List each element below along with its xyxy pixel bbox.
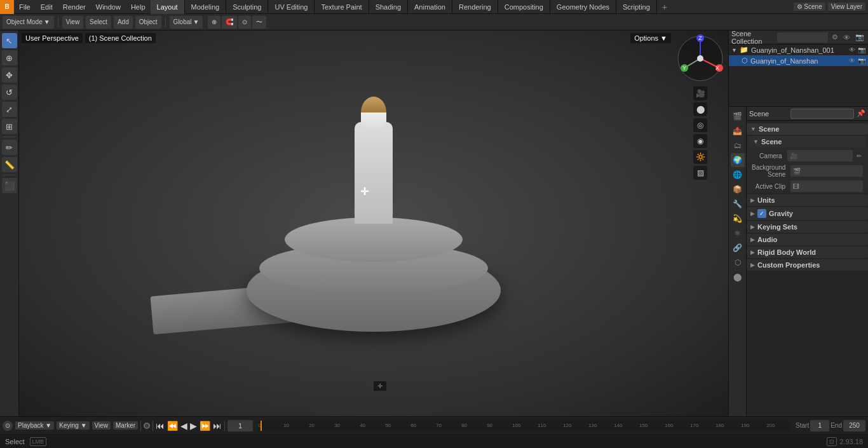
prop-icon-physics[interactable]: ⚛ — [731, 226, 745, 240]
tab-layout[interactable]: Layout — [151, 0, 185, 14]
prop-icon-output[interactable]: 📤 — [731, 124, 745, 138]
proportional-btn[interactable]: ⊙ — [238, 16, 251, 29]
prop-active-clip-value[interactable]: 🎞 — [790, 180, 863, 192]
overlay-btn[interactable]: 🔆 — [693, 150, 707, 164]
menu-render[interactable]: Render — [58, 0, 91, 13]
outliner-eye-1[interactable]: 👁 — [849, 46, 855, 53]
prop-icon-material[interactable]: ⬤ — [731, 270, 745, 284]
timeline-clock-btn[interactable]: ⊙ — [3, 421, 13, 431]
transform-tool[interactable]: ⊞ — [2, 119, 17, 134]
shading-rendered-btn[interactable]: ◉ — [693, 134, 707, 148]
camera-view-btn[interactable]: 🎥 — [693, 86, 707, 100]
select-menu[interactable]: Select — [86, 16, 111, 29]
tab-shading[interactable]: Shading — [369, 0, 408, 14]
tab-geometry-nodes[interactable]: Geometry Nodes — [550, 0, 616, 14]
prop-icon-object[interactable]: 📦 — [731, 182, 745, 196]
jump-end-btn[interactable]: ⏭ — [213, 421, 222, 431]
timeline-playback-btn[interactable]: Playback ▼ — [15, 421, 54, 430]
outliner-eye-2[interactable]: 👁 — [849, 57, 855, 64]
navigation-gizmo[interactable]: X Y Z — [675, 33, 726, 84]
global-transform-btn[interactable]: ⊕ — [208, 16, 220, 29]
play-btn[interactable]: ▶ — [190, 421, 197, 431]
jump-start-btn[interactable]: ⏮ — [156, 421, 165, 431]
xray-btn[interactable]: ▨ — [693, 166, 707, 180]
prop-search-input[interactable] — [790, 109, 854, 119]
prop-gravity-header[interactable]: ▶ ✓ Gravity — [747, 207, 868, 220]
object-menu[interactable]: Object — [135, 16, 161, 29]
prop-audio-header[interactable]: ▶ Audio — [747, 234, 868, 245]
add-workspace-button[interactable]: + — [657, 2, 672, 12]
prop-scene-sub-header[interactable]: ▼ Scene — [749, 136, 865, 147]
outliner-render-2[interactable]: 📷 — [858, 57, 865, 64]
step-back-btn[interactable]: ⏪ — [167, 421, 178, 431]
shading-solid-btn[interactable]: ⬤ — [693, 102, 707, 116]
tab-compositing[interactable]: Compositing — [498, 0, 550, 14]
3d-viewport[interactable]: ✛ User Perspective (1) Scene Collection … — [19, 31, 728, 416]
prop-camera-edit-icon[interactable]: ✏ — [855, 153, 863, 160]
prop-camera-value[interactable]: 🎥 — [787, 150, 853, 161]
prop-icon-data[interactable]: ⬡ — [731, 255, 745, 269]
scene-selector[interactable]: ⚙ Scene — [794, 3, 825, 11]
rotate-tool[interactable]: ↺ — [2, 85, 17, 100]
select-tool[interactable]: ↖ — [2, 33, 17, 48]
gravity-checkbox[interactable]: ✓ — [757, 209, 766, 218]
viewport-options-btn[interactable]: Options ▼ — [630, 33, 671, 43]
prop-units-header[interactable]: ▶ Units — [747, 194, 868, 206]
timeline-view-btn[interactable]: View — [92, 421, 111, 430]
mode-selector[interactable]: Object Mode ▼ — [3, 16, 54, 29]
outliner-render-icon[interactable]: 📷 — [854, 33, 865, 41]
shading-wireframe-btn[interactable]: ◎ — [693, 118, 707, 132]
proportional-fall-btn[interactable]: 〜 — [252, 16, 266, 29]
outliner-search-input[interactable] — [777, 32, 828, 43]
move-tool[interactable]: ✥ — [2, 67, 17, 83]
prop-icon-view-layer[interactable]: 🗂 — [731, 139, 745, 153]
viewport-perspective-label[interactable]: User Perspective — [22, 33, 83, 43]
menu-help[interactable]: Help — [126, 0, 151, 13]
menu-edit[interactable]: Edit — [36, 0, 58, 13]
prop-icon-modifier[interactable]: 🔧 — [731, 197, 745, 211]
prop-scene-header[interactable]: ▼ Scene — [747, 123, 868, 135]
prop-keying-header[interactable]: ▶ Keying Sets — [747, 221, 868, 233]
view-menu[interactable]: View — [62, 16, 84, 29]
timeline-keying-btn[interactable]: Keying ▼ — [57, 421, 89, 430]
end-frame-input[interactable] — [843, 420, 865, 431]
current-frame-input[interactable] — [227, 420, 253, 431]
outliner-item-mesh[interactable]: ⬡ Guanyin_of_Nanshan 👁 📷 — [729, 55, 868, 66]
tab-uv-editing[interactable]: UV Editing — [268, 0, 315, 14]
measure-tool[interactable]: 📏 — [2, 157, 17, 172]
view-layer-selector[interactable]: View Layer — [828, 3, 865, 11]
outliner-visibility-icon[interactable]: 👁 — [842, 34, 851, 41]
step-forward-btn[interactable]: ⏩ — [200, 421, 210, 431]
prop-icon-particles[interactable]: 💫 — [731, 212, 745, 226]
add-object-tool[interactable]: ⬛ — [2, 178, 17, 193]
add-menu[interactable]: Add — [114, 16, 133, 29]
outliner-filter-icon[interactable]: ⚙ — [831, 33, 839, 41]
prop-icon-render[interactable]: 🎬 — [731, 109, 745, 123]
snap-btn[interactable]: 🧲 — [222, 16, 237, 29]
prop-pin-icon[interactable]: 📌 — [857, 109, 865, 118]
cursor-tool[interactable]: ⊕ — [2, 50, 17, 65]
menu-file[interactable]: File — [14, 0, 36, 13]
outliner-render-1[interactable]: 📷 — [858, 46, 865, 53]
transform-selector[interactable]: Global ▼ — [170, 16, 203, 29]
play-reverse-btn[interactable]: ◀ — [180, 421, 187, 431]
prop-bg-scene-value[interactable]: 🎬 — [790, 165, 863, 177]
tab-sculpting[interactable]: Sculpting — [226, 0, 268, 14]
prop-icon-scene[interactable]: 🌍 — [731, 153, 745, 167]
start-frame-input[interactable] — [810, 420, 829, 431]
prop-custom-header[interactable]: ▶ Custom Properties — [747, 259, 868, 271]
menu-window[interactable]: Window — [91, 0, 126, 13]
tab-rendering[interactable]: Rendering — [452, 0, 498, 14]
annotate-tool[interactable]: ✏ — [2, 140, 17, 155]
prop-rigid-body-header[interactable]: ▶ Rigid Body World — [747, 247, 868, 258]
tab-texture-paint[interactable]: Texture Paint — [315, 0, 369, 14]
timeline-marker-btn[interactable]: Marker — [113, 421, 138, 430]
frame-ruler[interactable]: 0 10 20 30 40 50 60 70 80 90 100 110 120… — [258, 421, 790, 431]
tab-modeling[interactable]: Modeling — [185, 0, 227, 14]
tab-animation[interactable]: Animation — [408, 0, 452, 14]
outliner-item-collection[interactable]: ▼ 📁 Guanyin_of_Nanshan_001 👁 📷 — [729, 44, 868, 55]
prop-icon-constraints[interactable]: 🔗 — [731, 241, 745, 255]
scale-tool[interactable]: ⤢ — [2, 102, 17, 117]
tab-scripting[interactable]: Scripting — [616, 0, 657, 14]
timeline-record-btn[interactable] — [144, 423, 150, 429]
